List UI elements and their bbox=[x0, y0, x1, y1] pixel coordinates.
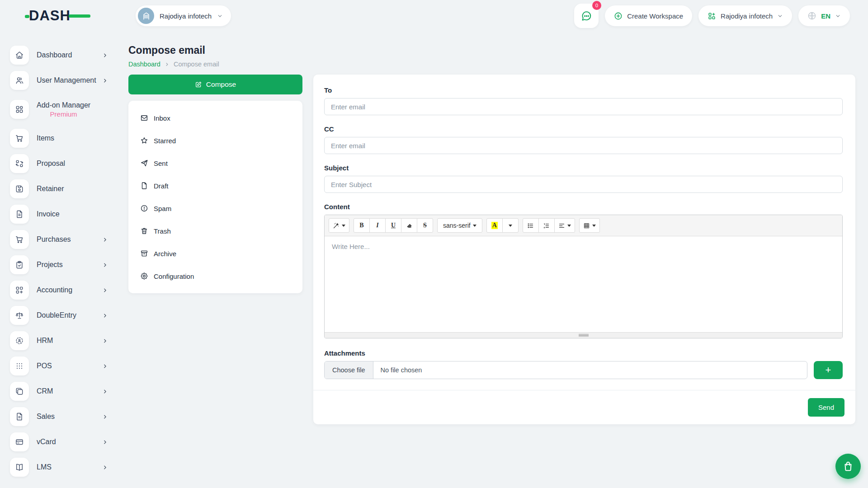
workspace-name: Rajodiya infotech bbox=[160, 12, 212, 20]
folder-inbox[interactable]: Inbox bbox=[128, 107, 302, 129]
clear-format-button[interactable] bbox=[401, 218, 417, 233]
rich-text-editor: B I U S sans-serif bbox=[324, 215, 843, 338]
cart-icon bbox=[10, 129, 29, 148]
magic-wand-icon bbox=[333, 222, 340, 229]
sidebar-item-doubleentry[interactable]: DoubleEntry bbox=[0, 303, 120, 328]
editor-content-area[interactable]: Write Here... bbox=[325, 236, 842, 332]
logo-green-dash bbox=[69, 14, 90, 18]
to-input[interactable] bbox=[324, 98, 843, 115]
sidebar-item-purchases[interactable]: Purchases bbox=[0, 227, 120, 252]
create-workspace-label: Create Workspace bbox=[627, 12, 683, 20]
folder-starred[interactable]: Starred bbox=[128, 129, 302, 152]
sidebar-item-hrm[interactable]: HRM bbox=[0, 328, 120, 353]
style-magic-button[interactable] bbox=[329, 218, 349, 233]
draft-file-icon bbox=[140, 182, 148, 190]
chevron-right-icon bbox=[102, 262, 108, 268]
resize-grip-icon bbox=[579, 334, 589, 337]
chevron-right-icon bbox=[102, 465, 108, 470]
grid-plus-icon bbox=[10, 281, 29, 300]
premium-badge: Premium bbox=[37, 110, 90, 118]
app-window-icon bbox=[10, 382, 29, 401]
ordered-list-button[interactable] bbox=[538, 218, 555, 233]
floppy-icon bbox=[10, 179, 29, 198]
editor-resize-handle[interactable] bbox=[325, 332, 842, 338]
sidebar-item-pos[interactable]: POS bbox=[0, 353, 120, 379]
file-input[interactable]: Choose file No file chosen bbox=[324, 361, 807, 379]
messages-button[interactable]: 0 bbox=[574, 4, 599, 28]
chevron-down-icon bbox=[777, 13, 783, 19]
folder-configuration[interactable]: Configuration bbox=[128, 265, 302, 287]
font-color-button[interactable]: A bbox=[486, 218, 503, 233]
send-button[interactable]: Send bbox=[808, 398, 844, 417]
align-left-icon bbox=[558, 222, 565, 229]
font-color-dropdown[interactable] bbox=[502, 218, 519, 233]
folder-draft[interactable]: Draft bbox=[128, 174, 302, 197]
breadcrumb-current: Compose email bbox=[174, 61, 219, 68]
font-family-dropdown[interactable]: sans-serif bbox=[437, 218, 482, 233]
book-icon bbox=[10, 458, 29, 477]
content-label: Content bbox=[324, 203, 843, 211]
store-fab-button[interactable] bbox=[835, 454, 861, 479]
table-icon bbox=[583, 222, 590, 229]
chevron-right-icon bbox=[102, 237, 108, 243]
paragraph-align-dropdown[interactable] bbox=[554, 218, 575, 233]
cart-icon bbox=[10, 230, 29, 249]
grid-plus-icon bbox=[708, 12, 716, 20]
sidebar-item-invoice[interactable]: Invoice bbox=[0, 202, 120, 227]
workspace-pill[interactable]: Rajodiya infotech bbox=[136, 5, 231, 26]
table-dropdown[interactable] bbox=[579, 218, 600, 233]
sidebar-item-accounting[interactable]: Accounting bbox=[0, 277, 120, 303]
building-icon bbox=[138, 8, 154, 24]
sidebar-item-projects[interactable]: Projects bbox=[0, 252, 120, 277]
sidebar-item-sales[interactable]: Sales bbox=[0, 404, 120, 429]
sidebar-item-items[interactable]: Items bbox=[0, 126, 120, 151]
dots-grid-icon bbox=[10, 357, 29, 375]
language-selector[interactable]: EN bbox=[798, 5, 850, 26]
underline-button[interactable]: U bbox=[385, 218, 401, 233]
invoice-icon bbox=[10, 205, 29, 224]
subject-input[interactable] bbox=[324, 176, 843, 193]
chevron-down-icon bbox=[835, 13, 841, 19]
workspace-switcher[interactable]: Rajodiya infotech bbox=[698, 5, 792, 26]
page-title: Compose email bbox=[128, 44, 855, 56]
folder-spam[interactable]: Spam bbox=[128, 197, 302, 220]
breadcrumb-dashboard-link[interactable]: Dashboard bbox=[128, 61, 160, 68]
chevron-right-icon bbox=[165, 62, 170, 67]
add-attachment-button[interactable]: + bbox=[814, 361, 843, 379]
sidebar-item-addon-manager[interactable]: Add-on Manager Premium bbox=[0, 93, 120, 126]
editor-toolbar: B I U S sans-serif bbox=[325, 215, 842, 236]
cc-input[interactable] bbox=[324, 137, 843, 154]
bold-button[interactable]: B bbox=[354, 218, 370, 233]
scale-icon bbox=[10, 306, 29, 325]
compose-icon bbox=[195, 81, 202, 88]
header-actions: 0 Create Workspace Rajodiya infotech EN bbox=[574, 4, 850, 28]
choose-file-button[interactable]: Choose file bbox=[325, 361, 373, 379]
folder-archive[interactable]: Archive bbox=[128, 242, 302, 265]
sidebar-item-vcard[interactable]: vCard bbox=[0, 429, 120, 455]
file-text-icon bbox=[10, 407, 29, 426]
create-workspace-button[interactable]: Create Workspace bbox=[605, 5, 692, 26]
unordered-list-button[interactable] bbox=[523, 218, 539, 233]
sidebar-item-dashboard[interactable]: Dashboard bbox=[0, 42, 120, 68]
chevron-right-icon bbox=[102, 338, 108, 344]
form-footer: Send bbox=[313, 390, 855, 424]
chevron-right-icon bbox=[102, 439, 108, 445]
sidebar-item-user-management[interactable]: User Management bbox=[0, 68, 120, 93]
globe-icon bbox=[807, 11, 816, 20]
sidebar-item-proposal[interactable]: Proposal bbox=[0, 151, 120, 176]
italic-button[interactable]: I bbox=[369, 218, 386, 233]
sidebar-item-retainer[interactable]: Retainer bbox=[0, 176, 120, 202]
compose-button[interactable]: Compose bbox=[128, 75, 302, 94]
folder-trash[interactable]: Trash bbox=[128, 220, 302, 242]
chevron-right-icon bbox=[102, 313, 108, 319]
sidebar-item-crm[interactable]: CRM bbox=[0, 379, 120, 404]
compose-form-card: To CC Subject Content bbox=[313, 75, 855, 424]
send-icon bbox=[140, 159, 148, 167]
caret-down-icon bbox=[567, 225, 571, 227]
transfer-grid-icon bbox=[10, 154, 29, 173]
folder-sent[interactable]: Sent bbox=[128, 152, 302, 174]
dash-logo[interactable]: DASH bbox=[29, 7, 88, 25]
to-label: To bbox=[324, 86, 843, 94]
strikethrough-button[interactable]: S bbox=[417, 218, 433, 233]
sidebar-item-lms[interactable]: LMS bbox=[0, 455, 120, 480]
